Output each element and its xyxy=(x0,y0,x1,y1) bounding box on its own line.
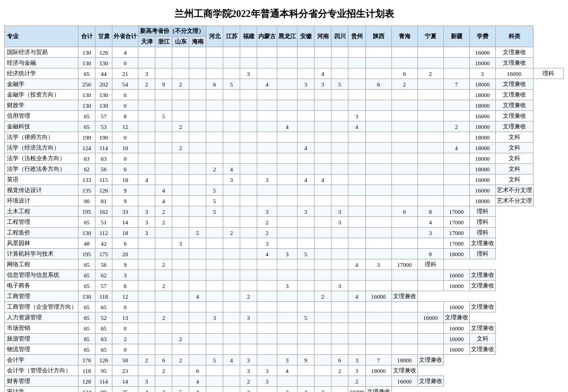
table-cell xyxy=(314,100,331,111)
table-cell xyxy=(172,291,189,302)
table-cell xyxy=(348,132,366,143)
table-cell xyxy=(257,58,277,68)
table-cell xyxy=(365,111,391,121)
table-cell xyxy=(298,111,314,121)
table-cell xyxy=(365,164,391,175)
table-cell: 4 xyxy=(189,376,206,387)
table-cell: 5 xyxy=(223,79,240,90)
table-cell xyxy=(138,143,155,153)
table-cell xyxy=(391,47,417,58)
table-row: 物流管理6565016000文理兼收 xyxy=(5,344,564,355)
table-row: 法学（律师方向）190190018000文科 xyxy=(5,132,564,143)
table-cell: 0 xyxy=(112,344,138,355)
table-cell xyxy=(314,376,331,387)
table-cell xyxy=(189,259,206,270)
table-cell xyxy=(348,153,366,164)
table-cell: 2 xyxy=(155,259,172,270)
table-cell xyxy=(206,249,223,259)
table-cell: 3 xyxy=(314,79,331,90)
table-cell xyxy=(348,228,366,238)
table-cell: 文科 xyxy=(495,175,533,185)
table-row: 法学（法检业务方向）6363018000文科 xyxy=(5,153,564,164)
table-cell: 4 xyxy=(257,249,277,259)
table-cell: 3 xyxy=(206,312,223,323)
table-cell xyxy=(240,281,257,291)
table-cell: 4 xyxy=(112,47,138,58)
table-cell xyxy=(206,259,223,270)
table-cell: 6 xyxy=(112,238,138,249)
table-cell xyxy=(206,175,223,185)
table-cell xyxy=(298,291,314,302)
table-cell xyxy=(277,334,298,344)
table-row: 环境设计908194518000艺术不分文理 xyxy=(5,196,564,206)
table-cell xyxy=(331,249,348,259)
table-cell xyxy=(331,302,348,312)
table-row: 金融学（投资方向）130130018000文理兼收 xyxy=(5,90,564,100)
table-cell: 3 xyxy=(277,387,298,393)
table-cell xyxy=(172,228,189,238)
table-cell xyxy=(206,270,223,281)
table-cell: 13 xyxy=(112,312,138,323)
table-cell xyxy=(365,238,391,249)
table-cell: 20 xyxy=(112,249,138,259)
table-cell xyxy=(365,47,391,58)
table-cell: 130 xyxy=(78,100,95,111)
table-cell xyxy=(365,196,391,206)
table-cell: 4 xyxy=(417,217,443,228)
table-cell: 3 xyxy=(240,312,257,323)
table-cell xyxy=(257,270,277,281)
table-cell xyxy=(331,164,348,175)
table-cell: 8 xyxy=(112,281,138,291)
table-cell xyxy=(206,153,223,164)
table-cell xyxy=(138,344,155,355)
table-cell: 130 xyxy=(78,90,95,100)
table-cell: 124 xyxy=(78,387,95,393)
table-cell xyxy=(443,175,469,185)
table-cell: 2 xyxy=(172,121,189,132)
table-cell: 18000 xyxy=(469,196,495,206)
table-cell: 3 xyxy=(112,270,138,281)
table-cell: 17000 xyxy=(443,228,469,238)
table-cell xyxy=(365,217,391,228)
table-cell: 2 xyxy=(391,79,417,90)
table-cell xyxy=(298,185,314,196)
table-cell: 经济与金融 xyxy=(5,58,78,68)
table-row: 信用管理655785316000文理兼收 xyxy=(5,111,564,121)
table-cell: 3 xyxy=(277,249,298,259)
table-cell: 2 xyxy=(172,143,189,153)
table-row: 电子商务6557823316000文理兼收 xyxy=(5,281,564,291)
table-cell: 18000 xyxy=(469,164,495,175)
table-cell xyxy=(155,334,172,344)
table-cell xyxy=(417,238,443,249)
table-cell xyxy=(189,238,206,249)
header-total: 合计 xyxy=(78,26,95,47)
table-cell xyxy=(277,90,298,100)
table-cell: 3 xyxy=(138,228,155,238)
table-cell xyxy=(257,47,277,58)
table-cell xyxy=(391,344,417,355)
table-cell xyxy=(223,238,240,249)
table-cell: 3 xyxy=(348,111,366,121)
table-cell xyxy=(189,281,206,291)
table-cell xyxy=(277,238,298,249)
table-cell xyxy=(417,47,443,58)
table-cell xyxy=(331,387,348,393)
table-cell xyxy=(417,281,443,291)
table-cell: 12 xyxy=(112,121,138,132)
table-cell xyxy=(223,90,240,100)
page-title: 兰州工商学院2022年普通本科分省分专业招生计划表 xyxy=(0,0,568,25)
table-cell xyxy=(331,238,348,249)
table-cell xyxy=(348,270,366,281)
table-cell xyxy=(155,121,172,132)
table-cell xyxy=(155,238,172,249)
table-cell: 土木工程 xyxy=(5,206,78,217)
table-cell xyxy=(348,249,366,259)
table-cell: 4 xyxy=(298,175,314,185)
table-cell xyxy=(277,153,298,164)
table-cell: 9 xyxy=(155,79,172,90)
table-cell xyxy=(189,217,206,228)
table-cell xyxy=(391,312,417,323)
table-cell: 文理兼收 xyxy=(391,291,417,302)
table-cell xyxy=(391,111,417,121)
table-cell xyxy=(417,100,443,111)
